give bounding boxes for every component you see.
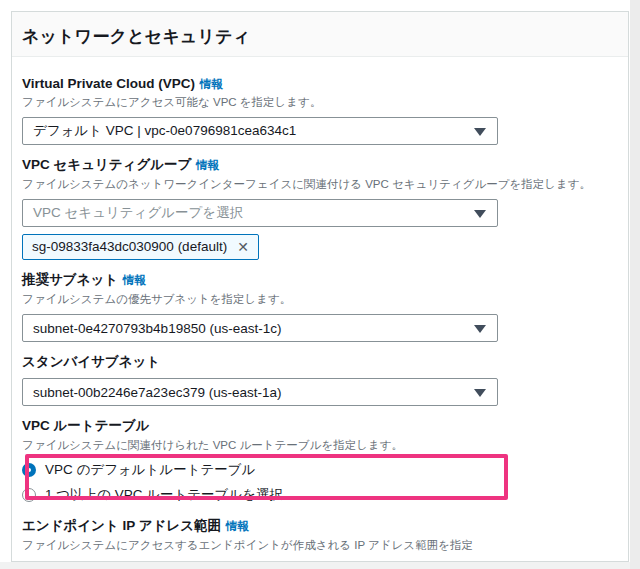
endpoint-ip-description: ファイルシステムにアクセスするエンドポイントが作成される IP アドレス範囲を指… <box>22 538 618 553</box>
security-group-placeholder: VPC セキュリティグループを選択 <box>33 204 243 222</box>
endpoint-ip-label: エンドポイント IP アドレス範囲情報 <box>22 517 618 535</box>
route-table-option-default[interactable]: VPC のデフォルトルートテーブル <box>22 462 618 478</box>
preferred-subnet-label: 推奨サブネット情報 <box>22 271 618 289</box>
page-background-strip <box>0 562 630 569</box>
vpc-select-value: デフォルト VPC | vpc-0e0796981cea634c1 <box>33 122 296 140</box>
panel-header: ネットワークとセキュリティ <box>12 12 628 57</box>
standby-subnet-value: subnet-00b2246e7a23ec379 (us-east-1a) <box>33 385 281 400</box>
preferred-subnet-value: subnet-0e4270793b4b19850 (us-east-1c) <box>33 321 281 336</box>
preferred-subnet-info-link[interactable]: 情報 <box>123 274 146 286</box>
security-group-info-link[interactable]: 情報 <box>196 159 219 171</box>
field-standby-subnet: スタンバイサブネット subnet-00b2246e7a23ec379 (us-… <box>22 353 618 406</box>
security-group-token: sg-09833fa43dc030900 (default) ✕ <box>22 234 259 260</box>
network-security-panel: ネットワークとセキュリティ Virtual Private Cloud (VPC… <box>11 11 629 562</box>
vpc-info-link[interactable]: 情報 <box>200 78 223 90</box>
standby-subnet-select[interactable]: subnet-00b2246e7a23ec379 (us-east-1a) <box>22 378 498 406</box>
route-table-option-custom[interactable]: 1 つ以上の VPC ルートテーブルを選択 <box>22 487 618 503</box>
route-table-label: VPC ルートテーブル <box>22 417 618 435</box>
field-security-group: VPC セキュリティグループ情報 ファイルシステムのネットワークインターフェイス… <box>22 156 618 260</box>
panel-title: ネットワークとセキュリティ <box>22 25 618 48</box>
vpc-label: Virtual Private Cloud (VPC)情報 <box>22 76 618 92</box>
standby-subnet-label: スタンバイサブネット <box>22 353 618 371</box>
scrollbar-track[interactable] <box>630 0 640 569</box>
endpoint-ip-info-link[interactable]: 情報 <box>226 520 249 532</box>
field-route-table: VPC ルートテーブル ファイルシステムに関連付けられた VPC ルートテーブル… <box>22 417 618 503</box>
panel-body: Virtual Private Cloud (VPC)情報 ファイルシステムにア… <box>12 57 628 569</box>
route-table-description: ファイルシステムに関連付けられた VPC ルートテーブルを指定します。 <box>22 438 618 453</box>
field-preferred-subnet: 推奨サブネット情報 ファイルシステムの優先サブネットを指定します。 subnet… <box>22 271 618 342</box>
security-group-description: ファイルシステムのネットワークインターフェイスに関連付ける VPC セキュリティ… <box>22 177 618 192</box>
field-vpc: Virtual Private Cloud (VPC)情報 ファイルシステムにア… <box>22 76 618 145</box>
security-group-select[interactable]: VPC セキュリティグループを選択 <box>22 199 498 227</box>
chevron-down-icon <box>474 128 486 136</box>
vpc-description: ファイルシステムにアクセス可能な VPC を指定します。 <box>22 95 618 110</box>
preferred-subnet-description: ファイルシステムの優先サブネットを指定します。 <box>22 292 618 307</box>
radio-selected-icon[interactable] <box>22 463 36 477</box>
preferred-subnet-select[interactable]: subnet-0e4270793b4b19850 (us-east-1c) <box>22 314 498 342</box>
remove-token-icon[interactable]: ✕ <box>237 240 249 254</box>
chevron-down-icon <box>474 325 486 333</box>
chevron-down-icon <box>474 389 486 397</box>
vpc-select[interactable]: デフォルト VPC | vpc-0e0796981cea634c1 <box>22 117 498 145</box>
chevron-down-icon <box>474 210 486 218</box>
security-group-token-label: sg-09833fa43dc030900 (default) <box>32 239 227 254</box>
radio-unselected-icon[interactable] <box>22 488 36 502</box>
security-group-label: VPC セキュリティグループ情報 <box>22 156 618 174</box>
